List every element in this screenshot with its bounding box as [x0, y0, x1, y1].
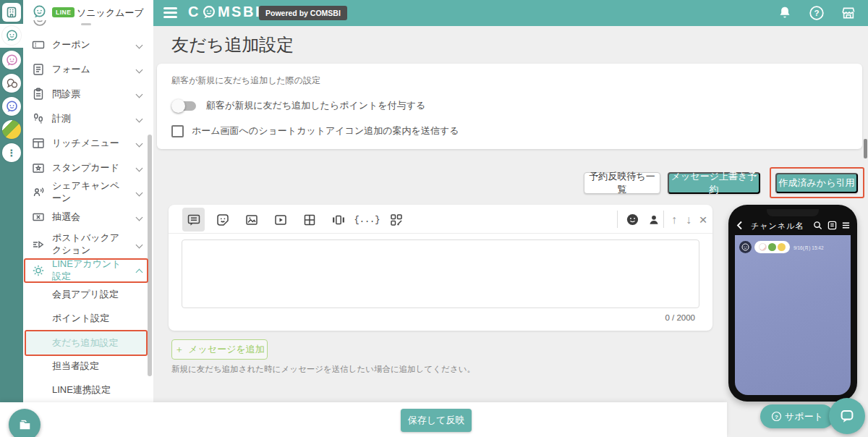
toolbar-divider: [663, 211, 664, 228]
sidebar-item-postback[interactable]: ポストバックアクション: [23, 229, 153, 260]
powered-by-badge: Powered by COMSBI: [259, 6, 347, 20]
move-up-button[interactable]: ↑: [667, 208, 681, 232]
phone-notch: [767, 209, 819, 216]
sidebar-subitem-friend-add[interactable]: 友だち追加設定: [23, 331, 153, 355]
help-icon[interactable]: ?: [809, 5, 825, 21]
pending-list-button[interactable]: 予約反映待ち一覧: [584, 172, 660, 194]
workspace-avatar-pink[interactable]: [2, 51, 21, 69]
settings-caption: 顧客が新規に友だち追加した際の設定: [171, 75, 320, 87]
chevron-down-icon: [136, 115, 143, 122]
support-help-icon: ?: [771, 411, 782, 422]
image-tool[interactable]: [240, 208, 263, 232]
comsbi-logo: C MSBI: [188, 4, 261, 20]
sidebar-item-line-account-settings[interactable]: LINEアカウント設定: [23, 259, 153, 282]
emoji-icon: [626, 213, 639, 226]
imagemap-tool[interactable]: [298, 208, 320, 232]
sidebar-subitem-line-link[interactable]: LINE連携設定: [23, 378, 153, 402]
sidebar-subitem-member-app[interactable]: 会員アプリ設定: [23, 283, 153, 306]
sidebar-item-lottery[interactable]: 抽選会: [23, 205, 153, 229]
sidebar-item-coupon[interactable]: クーポン: [23, 33, 153, 56]
sidebar-item-form[interactable]: フォーム: [23, 58, 153, 81]
sidebar-item-stampcard[interactable]: スタンプカード: [23, 156, 153, 179]
message-textarea[interactable]: [182, 239, 699, 308]
chat-widget-button[interactable]: [829, 398, 865, 434]
line-badge: LINE: [52, 7, 75, 17]
workspace-avatar-chat[interactable]: [2, 74, 21, 93]
sidebar-item-richmenu[interactable]: リッチメニュー: [23, 132, 153, 155]
quote-created-button[interactable]: 作成済みから引用: [775, 173, 858, 193]
postback-action-icon: [32, 238, 45, 251]
sidebar-item-label: クーポン: [52, 39, 129, 51]
emoji-insert-button[interactable]: [621, 208, 644, 232]
message-editor-card: {...} ↑ ↓ × 0 / 2000: [169, 205, 712, 331]
notifications-bell-icon[interactable]: [777, 5, 793, 21]
folder-fab-button[interactable]: [9, 409, 41, 437]
sidebar-subitem-points[interactable]: ポイント設定: [23, 307, 153, 330]
sidebar: LINE ソニックムーブ クーポン フォーム 問診票 計測: [23, 0, 153, 437]
richmenu-icon: [32, 137, 45, 150]
sidebar-item-share-campaign[interactable]: シェアキャンペーン: [23, 181, 153, 204]
speech-bubble-icon: [187, 213, 201, 227]
app-logo-icon[interactable]: [2, 3, 21, 22]
logo-text-msbi: MSBI: [218, 4, 261, 20]
checkbox-unchecked[interactable]: [171, 125, 184, 137]
sidebar-item-label: 問診票: [52, 88, 129, 101]
friend-add-settings-card: 顧客が新規に友だち追加した際の設定 顧客が新規に友だち追加したらポイントを付与す…: [157, 64, 862, 149]
carousel-tool[interactable]: [327, 208, 349, 232]
rabbit-sticker: [759, 243, 767, 251]
text-message-tool[interactable]: [182, 208, 205, 232]
sidebar-item-questionnaire[interactable]: 問診票: [23, 82, 153, 106]
topbar: C MSBI Powered by COMSBI ?: [153, 0, 868, 26]
main-scrollbar[interactable]: [864, 139, 867, 158]
shortcut-checkbox-row[interactable]: ホーム画面へのショートカットアイコン追加の案内を送信する: [171, 124, 459, 137]
flex-json-tool[interactable]: {...}: [356, 208, 378, 232]
overwrite-reserve-button[interactable]: メッセージ上書き予約: [668, 172, 760, 194]
page-title: 友だち追加設定: [171, 33, 294, 56]
sticker-icon: [216, 213, 230, 227]
logo-text-c: C: [188, 4, 200, 20]
richmenu-edit-tool[interactable]: [385, 208, 407, 232]
sidebar-item-measure[interactable]: 計測: [23, 107, 153, 130]
sidebar-subitem-label: 担当者設定: [52, 360, 99, 373]
name-insert-button[interactable]: [642, 208, 665, 232]
video-icon: [273, 213, 288, 227]
sticker-message-bubble: [754, 241, 790, 253]
toggle-switch-off[interactable]: [171, 98, 197, 113]
menu-toggle-button[interactable]: [163, 7, 177, 18]
svg-text:?: ?: [775, 414, 778, 420]
notes-icon: [827, 221, 837, 230]
sidebar-subitem-label: 会員アプリ設定: [52, 288, 119, 301]
move-down-button[interactable]: ↓: [681, 208, 696, 232]
workspace-avatar-current[interactable]: [2, 26, 21, 45]
sidebar-scrollbar[interactable]: [148, 135, 152, 376]
workspace-avatar-character[interactable]: [2, 120, 21, 139]
save-apply-button[interactable]: 保存して反映: [401, 409, 472, 432]
points-toggle-row[interactable]: 顧客が新規に友だち追加したらポイントを付与する: [171, 98, 425, 113]
phone-chat-screen: 9/16(月) 15:42: [735, 235, 851, 395]
hamburger-icon: [841, 221, 851, 230]
search-icon: [813, 221, 822, 230]
chat-message-row: 9/16(月) 15:42: [739, 241, 824, 253]
delete-message-button[interactable]: ×: [696, 208, 710, 232]
workspace-avatar-blue[interactable]: [2, 97, 21, 116]
chat-bubble-icon: [838, 407, 856, 425]
support-button[interactable]: ? サポート: [760, 404, 834, 428]
workspace-rail: ⋮: [0, 0, 23, 437]
workspace-more-button[interactable]: ⋮: [2, 143, 21, 162]
store-icon[interactable]: [841, 5, 856, 21]
chevron-down-icon: [136, 189, 143, 196]
chevron-down-icon: [136, 41, 143, 48]
add-message-button[interactable]: ＋ メッセージを追加: [171, 339, 268, 360]
grid-icon: [302, 213, 317, 227]
video-tool[interactable]: [269, 208, 292, 232]
phone-preview: チャンネル名 9/16(月) 15:42: [728, 205, 857, 402]
folder-icon: [17, 417, 32, 432]
sidebar-subitem-label: LINE連携設定: [52, 383, 111, 396]
sticker-tool[interactable]: [211, 208, 234, 232]
code-braces-icon: {...}: [354, 215, 380, 225]
sidebar-subitem-staff[interactable]: 担当者設定: [23, 355, 153, 378]
frog-sticker: [768, 243, 776, 251]
gear-icon: [32, 264, 45, 277]
workspace-header[interactable]: LINE ソニックムーブ: [23, 0, 153, 22]
toolbar-divider: [617, 211, 618, 228]
